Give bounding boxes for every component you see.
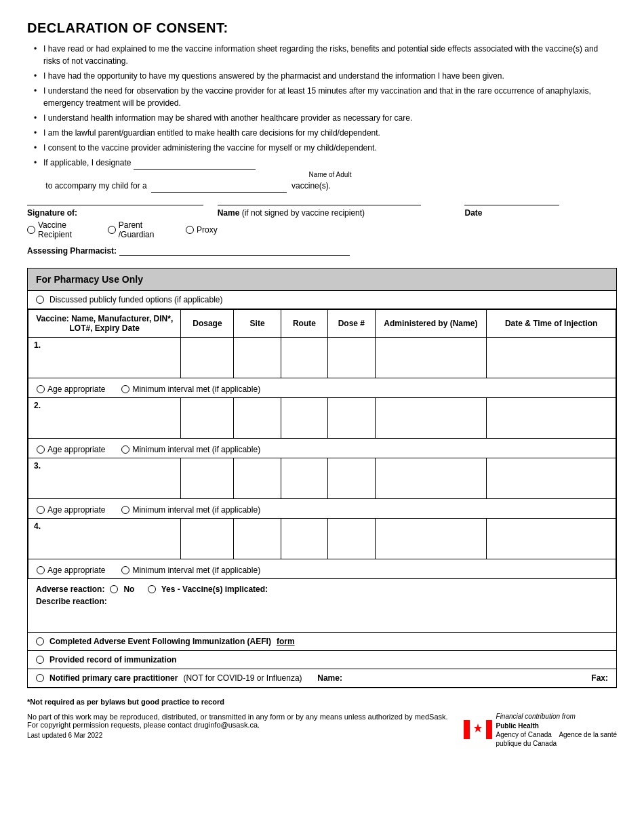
age-row-2: Age appropriate Minimum interval met (if…: [28, 439, 616, 458]
vaccine-site-4: [234, 519, 281, 559]
svg-rect-0: [464, 720, 470, 739]
vaccine-dose-3: [328, 458, 375, 499]
th-administered: Administered by (Name): [375, 310, 487, 338]
vaccine-site-3: [234, 458, 281, 499]
vaccine-table: Vaccine: Name, Manufacturer, DIN*, LOT#,…: [28, 309, 616, 579]
vaccine-datetime-4: [487, 519, 616, 559]
vaccine-dosage-2: [181, 398, 234, 439]
pharmacy-section: For Pharmacy Use Only Discussed publicly…: [27, 268, 617, 688]
radio-proxy[interactable]: Proxy: [186, 225, 218, 235]
th-site: Site: [234, 310, 281, 338]
radio-parent-guardian[interactable]: Parent /Guardian: [108, 220, 176, 239]
provided-radio[interactable]: [36, 656, 44, 664]
vaccine-row-2: 2.: [28, 398, 616, 439]
vaccine-num-1: 1.: [28, 338, 181, 378]
vaccine-route-1: [281, 338, 327, 378]
vaccine-dosage-1: [181, 338, 234, 378]
vaccine-row-3: 3.: [28, 458, 616, 499]
bullet-5: I am the lawful parent/guardian entitled…: [34, 127, 617, 139]
vaccine-datetime-1: [487, 338, 616, 378]
assessing-pharmacist-line: [119, 255, 350, 256]
footer-logo: Financial contribution from Public Healt…: [464, 713, 617, 748]
min-interval-1[interactable]: Minimum interval met (if applicable): [121, 384, 260, 394]
date-block: Date: [464, 205, 617, 218]
radio-circle-vaccine: [27, 226, 35, 234]
aefi-row: Completed Adverse Event Following Immuni…: [28, 633, 616, 651]
th-vaccine: Vaccine: Name, Manufacturer, DIN*, LOT#,…: [28, 310, 181, 338]
radio-circle-proxy: [186, 226, 194, 234]
vaccine-dosage-3: [181, 458, 234, 499]
vaccine-route-4: [281, 519, 327, 559]
bullet-4: I understand health information may be s…: [34, 112, 617, 124]
bullet-3: I understand the need for observation by…: [34, 85, 617, 109]
signature-line: [27, 205, 203, 205]
footer-bottom: No part of this work may be reproduced, …: [27, 713, 617, 748]
th-dosage: Dosage: [181, 310, 234, 338]
vaccine-num-2: 2.: [28, 398, 181, 439]
signature-section: Signature of: Vaccine Recipient Parent /…: [27, 205, 617, 239]
signature-radio-row: Vaccine Recipient Parent /Guardian Proxy: [27, 220, 218, 239]
discussed-row: Discussed publicly funded options (if ap…: [28, 291, 616, 309]
age-appropriate-4[interactable]: Age appropriate: [37, 565, 105, 575]
vaccine-route-2: [281, 398, 327, 439]
vaccine-admin-2: [375, 398, 487, 439]
provided-record-row: Provided record of immunization: [28, 651, 616, 669]
name-block: Name (if not signed by vaccine recipient…: [218, 205, 465, 218]
min-interval-2[interactable]: Minimum interval met (if applicable): [121, 445, 260, 454]
name-line: [218, 205, 421, 205]
vaccine-admin-1: [375, 338, 487, 378]
vaccine-site-1: [234, 338, 281, 378]
consent-bullets: I have read or had explained to me the v…: [27, 43, 617, 193]
adverse-yes-radio[interactable]: [148, 585, 156, 593]
adverse-reaction-row: Adverse reaction: No Yes - Vaccine(s) im…: [28, 579, 616, 633]
age-appropriate-3[interactable]: Age appropriate: [37, 505, 105, 515]
age-row-4: Age appropriate Minimum interval met (if…: [28, 559, 616, 579]
vaccine-admin-3: [375, 458, 487, 499]
age-row-3: Age appropriate Minimum interval met (if…: [28, 499, 616, 519]
bullet-6: I consent to the vaccine provider admini…: [34, 142, 617, 154]
th-route: Route: [281, 310, 327, 338]
bullet-7: If applicable, I designate Name of Adult…: [34, 157, 617, 193]
vaccine-datetime-3: [487, 458, 616, 499]
vaccine-num-3: 3.: [28, 458, 181, 499]
name-of-adult-label-container: Name of Adult: [43, 170, 617, 180]
radio-circle-parent: [108, 226, 116, 234]
adverse-no-radio[interactable]: [110, 585, 118, 593]
vaccine-datetime-2: [487, 398, 616, 439]
age-appropriate-2[interactable]: Age appropriate: [37, 445, 105, 454]
vaccine-dose-4: [328, 519, 375, 559]
page-title: DECLARATION OF CONSENT:: [27, 20, 617, 36]
vaccine-row-1: 1.: [28, 338, 616, 378]
min-interval-4[interactable]: Minimum interval met (if applicable): [121, 565, 260, 575]
vaccine-admin-4: [375, 519, 487, 559]
date-line: [464, 205, 559, 205]
assessing-pharmacist-row: Assessing Pharmacist:: [27, 246, 617, 256]
vaccine-site-2: [234, 398, 281, 439]
age-row-1: Age appropriate Minimum interval met (if…: [28, 378, 616, 398]
min-interval-3[interactable]: Minimum interval met (if applicable): [121, 505, 260, 515]
vaccine-dose-2: [328, 398, 375, 439]
vaccine-route-3: [281, 458, 327, 499]
vaccine-dosage-4: [181, 519, 234, 559]
svg-rect-2: [486, 720, 492, 739]
aefi-radio[interactable]: [36, 637, 44, 646]
describe-reaction-area: [36, 606, 608, 627]
age-appropriate-1[interactable]: Age appropriate: [37, 384, 105, 394]
footer-note: *Not required as per bylaws but good pra…: [27, 698, 617, 706]
bullet-1: I have read or had explained to me the v…: [34, 43, 617, 67]
pharmacy-header: For Pharmacy Use Only: [28, 269, 616, 291]
notified-row: Notified primary care practitioner (NOT …: [28, 669, 616, 688]
last-updated: Last updated 6 Mar 2022: [27, 732, 457, 739]
th-date-time: Date & Time of Injection: [487, 310, 616, 338]
vaccine-dose-1: [328, 338, 375, 378]
signature-block: Signature of: Vaccine Recipient Parent /…: [27, 205, 218, 239]
discussed-radio[interactable]: [36, 296, 44, 304]
vaccine-row-4: 4.: [28, 519, 616, 559]
notified-radio[interactable]: [36, 674, 44, 682]
canada-flag-icon: [464, 720, 492, 739]
radio-vaccine-recipient[interactable]: Vaccine Recipient: [27, 220, 98, 239]
bullet-2: I have had the opportunity to have my qu…: [34, 70, 617, 82]
aefi-form-link[interactable]: form: [277, 637, 295, 646]
vaccine-num-4: 4.: [28, 519, 181, 559]
th-dose-num: Dose #: [328, 310, 375, 338]
